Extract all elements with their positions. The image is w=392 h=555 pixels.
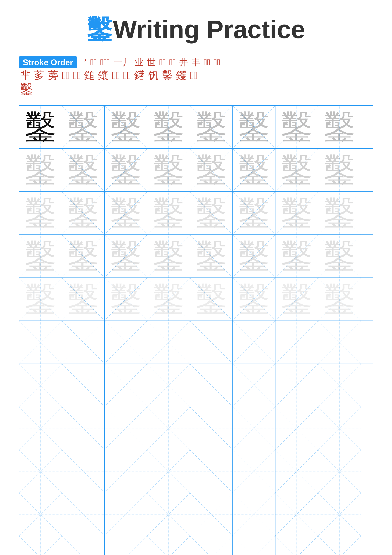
- grid-cell-5-5[interactable]: 鑿: [190, 278, 233, 321]
- grid-cell-9-1[interactable]: [19, 450, 62, 493]
- grid-cell-4-8[interactable]: 鑿: [318, 235, 361, 278]
- grid-cell-4-1[interactable]: 鑿: [19, 235, 62, 278]
- grid-cell-4-3[interactable]: 鑿: [105, 235, 147, 278]
- grid-cell-5-4[interactable]: 鑿: [147, 278, 190, 321]
- grid-cell-7-5[interactable]: [190, 364, 233, 407]
- grid-cell-11-5[interactable]: [190, 536, 233, 555]
- grid-cell-3-7[interactable]: 鑿: [275, 192, 318, 234]
- grid-cell-9-5[interactable]: [190, 450, 233, 493]
- grid-cell-8-7[interactable]: [275, 407, 318, 450]
- grid-cell-2-8[interactable]: 鑿: [318, 149, 361, 191]
- svg-line-157: [275, 493, 318, 535]
- grid-cell-4-6[interactable]: 鑿: [233, 235, 275, 278]
- svg-line-154: [233, 493, 275, 535]
- grid-cell-6-5[interactable]: [190, 321, 233, 364]
- grid-cell-11-8[interactable]: [318, 536, 361, 555]
- grid-cell-8-4[interactable]: [147, 407, 190, 450]
- grid-cell-11-1[interactable]: [19, 536, 62, 555]
- grid-cell-9-8[interactable]: [318, 450, 361, 493]
- grid-cell-6-6[interactable]: [233, 321, 275, 364]
- grid-cell-1-2[interactable]: 鑿: [62, 106, 105, 148]
- svg-line-108: [275, 364, 318, 406]
- grid-cell-7-1[interactable]: [19, 364, 62, 407]
- grid-row-9: [19, 450, 373, 493]
- grid-cell-9-6[interactable]: [233, 450, 275, 493]
- grid-cell-4-4[interactable]: 鑿: [147, 235, 190, 278]
- grid-cell-3-3[interactable]: 鑿: [105, 192, 147, 234]
- grid-cell-10-3[interactable]: [105, 493, 147, 536]
- svg-line-114: [62, 407, 104, 449]
- grid-cell-6-1[interactable]: [19, 321, 62, 364]
- grid-cell-9-7[interactable]: [275, 450, 318, 493]
- grid-cell-8-5[interactable]: [190, 407, 233, 450]
- grid-row-11: [19, 536, 373, 555]
- grid-cell-10-6[interactable]: [233, 493, 275, 536]
- grid-cell-2-2[interactable]: 鑿: [62, 149, 105, 191]
- grid-cell-5-1[interactable]: 鑿: [19, 278, 62, 321]
- grid-cell-8-1[interactable]: [19, 407, 62, 450]
- grid-cell-5-3[interactable]: 鑿: [105, 278, 147, 321]
- grid-cell-10-7[interactable]: [275, 493, 318, 536]
- grid-cell-10-8[interactable]: [318, 493, 361, 536]
- grid-cell-8-8[interactable]: [318, 407, 361, 450]
- grid-cell-6-8[interactable]: [318, 321, 361, 364]
- svg-line-132: [105, 450, 147, 492]
- svg-line-158: [318, 493, 361, 536]
- grid-cell-1-7[interactable]: 鑿: [275, 106, 318, 148]
- grid-cell-11-7[interactable]: [275, 536, 318, 555]
- grid-cell-3-2[interactable]: 鑿: [62, 192, 105, 234]
- grid-cell-3-4[interactable]: 鑿: [147, 192, 190, 234]
- grid-cell-2-5[interactable]: 鑿: [190, 149, 233, 191]
- grid-cell-4-2[interactable]: 鑿: [62, 235, 105, 278]
- grid-cell-11-6[interactable]: [233, 536, 275, 555]
- grid-cell-1-8[interactable]: 鑿: [318, 106, 361, 148]
- svg-line-138: [233, 450, 275, 492]
- grid-cell-9-2[interactable]: [62, 450, 105, 493]
- grid-cell-2-4[interactable]: 鑿: [147, 149, 190, 191]
- grid-cell-5-8[interactable]: 鑿: [318, 278, 361, 321]
- grid-cell-9-4[interactable]: [147, 450, 190, 493]
- grid-cell-11-3[interactable]: [105, 536, 147, 555]
- grid-cell-1-1[interactable]: 鑿: [19, 106, 62, 148]
- grid-cell-4-5[interactable]: 鑿: [190, 235, 233, 278]
- grid-cell-6-4[interactable]: [147, 321, 190, 364]
- grid-cell-10-4[interactable]: [147, 493, 190, 536]
- grid-cell-2-7[interactable]: 鑿: [275, 149, 318, 191]
- svg-line-131: [62, 450, 104, 492]
- grid-cell-5-6[interactable]: 鑿: [233, 278, 275, 321]
- grid-cell-2-3[interactable]: 鑿: [105, 149, 147, 191]
- grid-cell-3-6[interactable]: 鑿: [233, 192, 275, 234]
- grid-cell-3-1[interactable]: 鑿: [19, 192, 62, 234]
- grid-cell-8-6[interactable]: [233, 407, 275, 450]
- grid-cell-3-8[interactable]: 鑿: [318, 192, 361, 234]
- grid-cell-6-7[interactable]: [275, 321, 318, 364]
- grid-cell-10-2[interactable]: [62, 493, 105, 536]
- grid-cell-11-2[interactable]: [62, 536, 105, 555]
- grid-cell-6-3[interactable]: [105, 321, 147, 364]
- grid-cell-11-4[interactable]: [147, 536, 190, 555]
- grid-cell-10-1[interactable]: [19, 493, 62, 536]
- grid-cell-5-2[interactable]: 鑿: [62, 278, 105, 321]
- grid-cell-7-3[interactable]: [105, 364, 147, 407]
- grid-cell-9-3[interactable]: [105, 450, 147, 493]
- grid-cell-7-8[interactable]: [318, 364, 361, 407]
- grid-cell-8-2[interactable]: [62, 407, 105, 450]
- grid-cell-2-1[interactable]: 鑿: [19, 149, 62, 191]
- grid-cell-7-4[interactable]: [147, 364, 190, 407]
- grid-cell-4-7[interactable]: 鑿: [275, 235, 318, 278]
- grid-cell-8-3[interactable]: [105, 407, 147, 450]
- grid-cell-1-5[interactable]: 鑿: [190, 106, 233, 148]
- grid-cell-1-6[interactable]: 鑿: [233, 106, 275, 148]
- grid-cell-1-4[interactable]: 鑿: [147, 106, 190, 148]
- grid-cell-7-7[interactable]: [275, 364, 318, 407]
- grid-cell-10-5[interactable]: [190, 493, 233, 536]
- svg-line-95: [318, 321, 361, 364]
- grid-cell-3-5[interactable]: 鑿: [190, 192, 233, 234]
- grid-cell-5-7[interactable]: 鑿: [275, 278, 318, 321]
- grid-cell-1-3[interactable]: 鑿: [105, 106, 147, 148]
- grid-cell-7-2[interactable]: [62, 364, 105, 407]
- stroke-s9: 井: [178, 58, 189, 67]
- grid-cell-7-6[interactable]: [233, 364, 275, 407]
- grid-cell-2-6[interactable]: 鑿: [233, 149, 275, 191]
- grid-cell-6-2[interactable]: [62, 321, 105, 364]
